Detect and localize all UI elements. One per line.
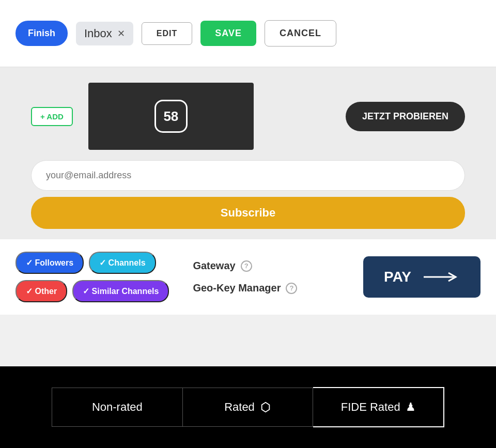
save-button[interactable]: SAVE bbox=[200, 21, 256, 46]
email-section: Subscribe bbox=[31, 160, 465, 229]
inbox-label: Inbox bbox=[84, 27, 112, 40]
main-content: + ADD 58 JETZT PROBIEREN Subscribe bbox=[0, 67, 496, 239]
tags-left: ✓ Followers ✓ Channels ✓ Other ✓ Similar… bbox=[16, 252, 169, 302]
geo-key-help-icon[interactable]: ? bbox=[286, 283, 297, 294]
banner-row: + ADD 58 JETZT PROBIEREN bbox=[31, 83, 465, 150]
gateway-section: Gateway ? Geo-Key Manager ? bbox=[177, 260, 355, 294]
rated-button[interactable]: Rated bbox=[182, 388, 314, 427]
fide-rated-label: FIDE Rated bbox=[341, 400, 400, 414]
rated-label: Rated bbox=[224, 400, 255, 414]
tags-row-2: ✓ Other ✓ Similar Channels bbox=[16, 280, 169, 302]
svg-marker-1 bbox=[262, 403, 270, 412]
finish-button[interactable]: Finish bbox=[16, 21, 68, 46]
cancel-button[interactable]: CANCEL bbox=[265, 20, 336, 47]
non-rated-button[interactable]: Non-rated bbox=[52, 388, 182, 427]
tag-followers[interactable]: ✓ Followers bbox=[16, 252, 84, 274]
inbox-tag: Inbox ✕ bbox=[76, 22, 133, 45]
pay-arrow-icon bbox=[424, 272, 460, 282]
rating-section: Non-rated Rated FIDE Rated ♟ bbox=[0, 366, 496, 448]
tag-similar-channels[interactable]: ✓ Similar Channels bbox=[72, 280, 169, 302]
chess-icon: ♟ bbox=[406, 400, 416, 414]
tags-row-1: ✓ Followers ✓ Channels bbox=[16, 252, 169, 274]
geo-key-row: Geo-Key Manager ? bbox=[193, 282, 355, 294]
pay-label: PAY bbox=[384, 269, 411, 285]
geo-key-label: Geo-Key Manager bbox=[193, 282, 281, 294]
dark-banner: 58 bbox=[88, 83, 254, 150]
toolbar: Finish Inbox ✕ EDIT SAVE CANCEL bbox=[0, 0, 496, 67]
tags-section: ✓ Followers ✓ Channels ✓ Other ✓ Similar… bbox=[0, 239, 496, 315]
close-icon[interactable]: ✕ bbox=[117, 28, 125, 39]
gateway-label: Gateway bbox=[193, 260, 235, 272]
gateway-help-icon[interactable]: ? bbox=[241, 260, 252, 272]
hex-icon bbox=[260, 401, 271, 413]
subscribe-button[interactable]: Subscribe bbox=[31, 197, 465, 229]
tag-other[interactable]: ✓ Other bbox=[16, 280, 67, 302]
fide-rated-button[interactable]: FIDE Rated ♟ bbox=[313, 387, 444, 427]
tag-channels[interactable]: ✓ Channels bbox=[89, 252, 156, 274]
pay-button[interactable]: PAY bbox=[363, 256, 481, 298]
jetzt-button[interactable]: JETZT PROBIEREN bbox=[346, 102, 465, 131]
badge-number: 58 bbox=[154, 100, 188, 133]
email-input[interactable] bbox=[31, 160, 465, 191]
add-button[interactable]: + ADD bbox=[31, 107, 73, 126]
gateway-row: Gateway ? bbox=[193, 260, 355, 272]
edit-button[interactable]: EDIT bbox=[142, 22, 192, 45]
